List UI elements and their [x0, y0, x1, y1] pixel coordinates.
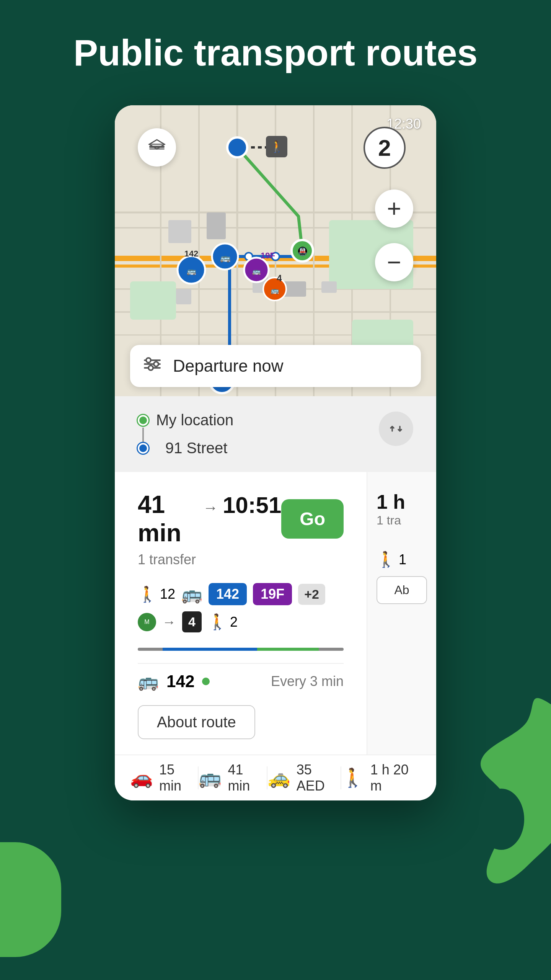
route-info-section: My location 91 Street: [115, 396, 436, 472]
nav-taxi[interactable]: 🚕 35 AED: [267, 762, 341, 794]
bus-icon: 🚌: [181, 584, 202, 604]
metro-icon: M: [138, 613, 156, 631]
frequency-text: Every 3 min: [271, 673, 344, 689]
departure-label: Departure now: [173, 356, 284, 376]
sec-walk-num: 1: [399, 552, 406, 568]
phone-mockup: 🚇 🚶 🚌 142 🚌 🚌 19F 🚌 4: [115, 105, 436, 800]
filter-icon: [142, 354, 162, 378]
plus-more-badge: +2: [298, 584, 325, 605]
metro-progress: [257, 648, 319, 651]
to-location-row: 91 Street: [138, 439, 371, 457]
car-icon: 🚗: [130, 767, 153, 789]
svg-point-57: [478, 789, 524, 850]
bus-line-number: 142: [166, 672, 194, 691]
svg-point-52: [146, 358, 151, 363]
bus-icon-item: 🚌: [181, 584, 202, 604]
svg-text:🚌: 🚌: [220, 253, 231, 263]
svg-text:19F: 19F: [261, 251, 275, 260]
secondary-route-card: 1 h 1 tra 🚶 1 Ab: [367, 472, 436, 755]
bottom-navigation: 🚗 15 min 🚌 41 min 🚕 35 AED 🚶 1 h 20 m: [115, 755, 436, 800]
walk-time: 1 h 20 m: [370, 762, 421, 794]
svg-text:4: 4: [277, 273, 282, 283]
walk2-progress: [319, 648, 344, 651]
live-dot: [202, 678, 210, 685]
svg-point-54: [148, 366, 153, 370]
walk-after-num: 2: [230, 614, 238, 630]
map-area: 🚇 🚶 🚌 142 🚌 🚌 19F 🚌 4: [115, 105, 436, 396]
arrow-between: →: [162, 614, 176, 630]
bus-4-badge: 4: [182, 611, 202, 632]
taxi-icon: 🚕: [267, 767, 290, 789]
about-route-button[interactable]: About route: [138, 705, 255, 739]
metro-item: M: [138, 613, 156, 631]
svg-text:M: M: [144, 619, 149, 625]
bus-142-badge: 142: [209, 583, 247, 605]
zoom-out-button[interactable]: −: [375, 243, 413, 281]
walk-before-num: 12: [160, 586, 175, 602]
go-button[interactable]: Go: [281, 499, 344, 539]
bus-line-row: 🚌 142 Every 3 min: [138, 663, 344, 699]
sec-walk: 🚶 1: [377, 550, 427, 568]
bus-19f-badge: 19F: [253, 583, 292, 605]
bus-line-icon: 🚌: [138, 671, 159, 691]
header: Public transport routes: [58, 0, 493, 90]
route-arrow: →: [203, 499, 218, 516]
phone-card: 🚇 🚶 🚌 142 🚌 🚌 19F 🚌 4: [115, 105, 436, 800]
nav-walk[interactable]: 🚶 1 h 20 m: [341, 762, 421, 794]
route-duration: 41 min: [138, 490, 198, 547]
svg-point-28: [227, 137, 247, 157]
walk-nav-icon: 🚶: [341, 767, 364, 789]
route-cards-container: 41 min → 10:51 Go 1 transfer 🚶 12 🚌: [115, 472, 436, 755]
route-count-badge[interactable]: 2: [364, 127, 406, 169]
from-location-row: My location: [138, 412, 371, 429]
bus-nav-icon: 🚌: [199, 767, 222, 789]
primary-route-card: 41 min → 10:51 Go 1 transfer 🚶 12 🚌: [115, 472, 367, 755]
route-time-row: 41 min → 10:51 Go: [138, 490, 344, 547]
departure-bar[interactable]: Departure now: [130, 345, 421, 387]
walk-after: 🚶 2: [208, 613, 238, 631]
svg-rect-22: [176, 289, 191, 304]
bus-time: 41 min: [228, 762, 266, 794]
svg-rect-19: [207, 212, 226, 239]
car-time: 15 min: [159, 762, 198, 794]
svg-text:🚌: 🚌: [252, 267, 261, 276]
from-label: My location: [156, 412, 233, 429]
transfer-info: 1 transfer: [138, 552, 344, 568]
sec-transfer: 1 tra: [377, 513, 427, 528]
svg-text:🚶: 🚶: [270, 140, 284, 154]
svg-rect-18: [168, 220, 191, 243]
sec-duration: 1 h: [377, 490, 427, 513]
svg-rect-16: [130, 281, 176, 320]
walk-before: 🚶 12: [138, 585, 175, 603]
zoom-in-button[interactable]: +: [375, 189, 413, 228]
from-dot: [138, 415, 148, 426]
transit-icons-row: 🚶 12 🚌 142 19F +2 M: [138, 583, 344, 632]
taxi-price: 35 AED: [297, 762, 341, 794]
nav-bus[interactable]: 🚌 41 min: [199, 762, 266, 794]
bus-progress: [163, 648, 257, 651]
svg-text:🚇: 🚇: [297, 246, 308, 256]
route-arrival: 10:51: [223, 492, 281, 518]
layers-button[interactable]: [138, 128, 176, 167]
swap-locations-button[interactable]: [379, 412, 413, 446]
svg-rect-46: [149, 144, 165, 145]
sec-about-button[interactable]: Ab: [377, 576, 427, 604]
walk-icon: 🚶: [138, 585, 157, 603]
walk-progress: [138, 648, 163, 651]
nav-car[interactable]: 🚗 15 min: [130, 762, 198, 794]
page-title: Public transport routes: [73, 31, 478, 75]
walk-after-icon: 🚶: [208, 613, 227, 631]
to-dot: [138, 443, 148, 454]
svg-rect-23: [321, 281, 337, 293]
bus-line-info: 🚌 142: [138, 671, 210, 691]
to-label: 91 Street: [165, 439, 227, 457]
svg-text:🚌: 🚌: [187, 266, 196, 276]
decorative-blob-left: [0, 842, 61, 957]
svg-text:142: 142: [184, 249, 199, 258]
svg-point-53: [154, 362, 158, 366]
svg-text:🚌: 🚌: [271, 286, 279, 295]
